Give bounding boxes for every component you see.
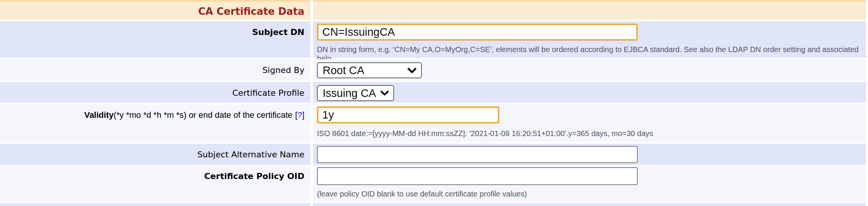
- subject-dn-field-cell: DN in string form, e.g. 'CN=My CA,O=MyOr…: [313, 21, 866, 58]
- validity-help-link[interactable]: [?]: [295, 110, 305, 120]
- section-header-spacer-cell: [313, 0, 866, 20]
- certificate-profile-select-control[interactable]: Issuing CA: [318, 86, 393, 100]
- certificate-profile-field-cell: Issuing CA: [313, 82, 866, 103]
- subject-alt-name-field-cell: [313, 144, 866, 165]
- validity-field-cell: ISO 8601 date:=[yyyy-MM-dd HH:mm:ssZZ]: …: [313, 104, 866, 142]
- question-mark-icon: ?: [298, 110, 302, 120]
- certificate-profile-label: Certificate Profile: [232, 88, 304, 98]
- row-subject-alt-name: Subject Alternative Name: [0, 144, 866, 165]
- validity-input[interactable]: [317, 106, 499, 124]
- signed-by-field-cell: Root CA: [313, 59, 866, 81]
- row-certificate-profile: Certificate Profile Issuing CA: [0, 82, 866, 103]
- validity-label-strong: Validity: [84, 110, 114, 120]
- validity-label-rest: (*y *mo *d *h *m *s) or end date of the …: [114, 110, 293, 120]
- row-signed-by: Signed By Root CA: [0, 59, 866, 81]
- row-subject-dn: Subject DN DN in string form, e.g. 'CN=M…: [0, 21, 866, 58]
- row-validity: Validity(*y *mo *d *h *m *s) or end date…: [0, 104, 866, 142]
- subject-alt-name-input[interactable]: [317, 146, 638, 163]
- section-header-row: CA Certificate Data: [0, 0, 866, 20]
- certificate-policy-oid-helper-text: (leave policy OID blank to use default c…: [317, 189, 866, 198]
- section-title: CA Certificate Data: [198, 6, 304, 17]
- certificate-profile-select[interactable]: Issuing CA: [317, 85, 394, 101]
- section-header-title-cell: CA Certificate Data: [0, 0, 310, 20]
- validity-label: Validity(*y *mo *d *h *m *s) or end date…: [84, 110, 304, 120]
- signed-by-label: Signed By: [262, 65, 304, 75]
- next-row-label-cell: [0, 203, 310, 206]
- subject-dn-label-cell: Subject DN: [0, 21, 310, 58]
- subject-dn-label: Subject DN: [252, 27, 304, 37]
- next-row-partial: [0, 203, 866, 206]
- signed-by-select-control[interactable]: Root CA: [318, 63, 421, 78]
- subject-alt-name-label-cell: Subject Alternative Name: [0, 144, 310, 165]
- certificate-policy-oid-label: Certificate Policy OID: [204, 171, 304, 181]
- row-certificate-policy-oid: Certificate Policy OID (leave policy OID…: [0, 166, 866, 201]
- certificate-profile-label-cell: Certificate Profile: [0, 82, 310, 103]
- subject-dn-input[interactable]: [317, 24, 638, 41]
- signed-by-label-cell: Signed By: [0, 59, 310, 81]
- signed-by-select[interactable]: Root CA: [317, 62, 422, 78]
- validity-label-cell: Validity(*y *mo *d *h *m *s) or end date…: [0, 104, 310, 142]
- certificate-policy-oid-input[interactable]: [317, 167, 638, 185]
- validity-helper-text: ISO 8601 date:=[yyyy-MM-dd HH:mm:ssZZ]: …: [317, 129, 866, 138]
- subject-alt-name-label: Subject Alternative Name: [197, 150, 304, 159]
- next-row-field-cell: [313, 203, 866, 206]
- certificate-policy-oid-label-cell: Certificate Policy OID: [0, 166, 310, 201]
- certificate-policy-oid-field-cell: (leave policy OID blank to use default c…: [313, 166, 866, 201]
- edit-ca-form: CA Certificate Data Subject DN DN in str…: [0, 0, 868, 206]
